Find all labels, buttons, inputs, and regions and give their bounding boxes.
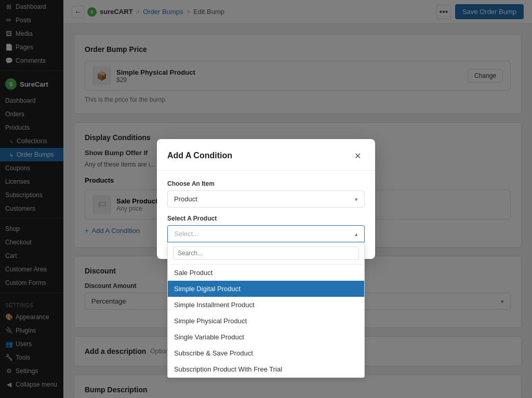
dropdown-search-input[interactable] bbox=[173, 246, 359, 260]
page-body: Order Bump Price 📦 Simple Physical Produ… bbox=[63, 24, 532, 398]
dropdown-search-area bbox=[168, 242, 364, 265]
select-product-label: Select A Product bbox=[167, 215, 365, 222]
choose-item-label: Choose An Item bbox=[167, 180, 365, 187]
add-condition-modal: Add A Condition ✕ Choose An Item Product bbox=[157, 139, 375, 259]
product-select-placeholder: Select... bbox=[174, 230, 198, 238]
item-chevron-down-icon bbox=[355, 195, 358, 203]
modal-close-button[interactable]: ✕ bbox=[350, 148, 365, 163]
option-subscribe-save-product[interactable]: Subscribe & Save Product bbox=[168, 345, 364, 361]
choose-item-select[interactable]: Product bbox=[167, 190, 365, 208]
option-sale-product[interactable]: Sale Product bbox=[168, 265, 364, 281]
select-product-group: Select A Product Select... Sale Product bbox=[167, 215, 365, 242]
product-chevron-up-icon bbox=[355, 230, 358, 238]
choose-item-group: Choose An Item Product bbox=[167, 180, 365, 208]
main-content: ← S sureCART > Order Bumps > Edit Bump •… bbox=[63, 0, 532, 398]
option-simple-installment-product[interactable]: Simple Installment Product bbox=[168, 297, 364, 313]
option-simple-physical-product[interactable]: Simple Physical Product bbox=[168, 313, 364, 329]
option-simple-digital-product[interactable]: Simple Digital Product bbox=[168, 281, 364, 297]
product-dropdown-trigger[interactable]: Select... bbox=[167, 225, 365, 242]
option-single-variable-product[interactable]: Single Variable Product bbox=[168, 329, 364, 345]
modal-header: Add A Condition ✕ bbox=[157, 139, 375, 171]
modal-body: Choose An Item Product Select A Product … bbox=[157, 171, 375, 259]
modal-title: Add A Condition bbox=[167, 151, 232, 160]
option-subscription-free-trial[interactable]: Subscription Product With Free Trial bbox=[168, 361, 364, 377]
modal-overlay[interactable]: Add A Condition ✕ Choose An Item Product bbox=[63, 24, 532, 398]
chosen-item-value: Product bbox=[174, 195, 197, 203]
product-dropdown-list: Sale Product Simple Digital Product Simp… bbox=[167, 242, 365, 378]
product-dropdown-container: Select... Sale Product Simple Digital Pr… bbox=[167, 225, 365, 242]
